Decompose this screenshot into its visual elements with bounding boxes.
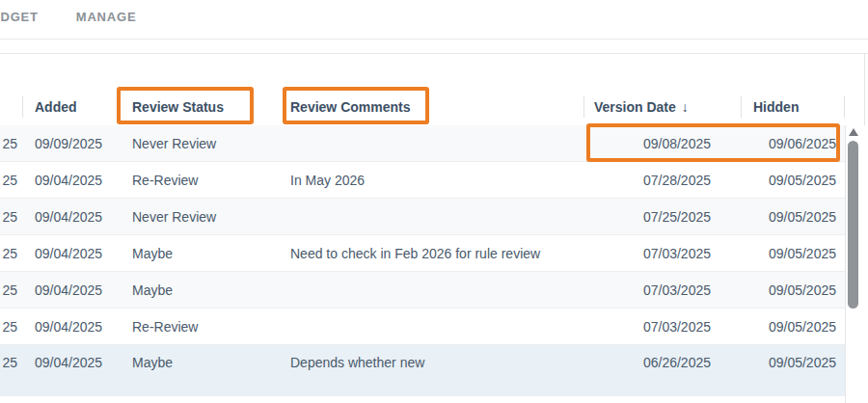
table-body: 25 09/09/2025 Never Review 09/08/2025 09… bbox=[0, 125, 845, 396]
cell-review-comments: Need to check in Feb 2026 for rule revie… bbox=[283, 246, 583, 261]
cell-added: 09/04/2025 bbox=[22, 319, 123, 335]
cell-hidden: 09/05/2025 bbox=[741, 282, 845, 298]
cell-version-date: 07/03/2025 bbox=[583, 282, 741, 298]
table-row[interactable]: 25 09/04/2025 Never Review 07/25/2025 09… bbox=[0, 199, 845, 235]
scroll-up-button[interactable] bbox=[849, 128, 858, 136]
table-row[interactable]: 25 09/09/2025 Never Review 09/08/2025 09… bbox=[0, 125, 845, 162]
table-row[interactable]: 25 09/04/2025 Re-Review In May 2026 07/2… bbox=[0, 162, 845, 199]
cell-stub: 25 bbox=[0, 355, 22, 370]
cell-review-status: Re-Review bbox=[123, 319, 283, 335]
table-row[interactable]: 25 09/04/2025 Re-Review 07/03/2025 09/05… bbox=[0, 309, 845, 345]
cell-version-date: 07/03/2025 bbox=[583, 319, 741, 335]
cell-stub: 25 bbox=[0, 246, 22, 261]
column-header-review-comments-label: Review Comments bbox=[290, 99, 410, 115]
table-header-row: Added Review Status Review Comments Vers… bbox=[0, 89, 845, 125]
tab-widget[interactable]: WIDGET bbox=[0, 10, 39, 29]
cell-stub: 25 bbox=[0, 209, 22, 225]
cell-version-date: 07/28/2025 bbox=[583, 173, 741, 188]
cell-added: 09/04/2025 bbox=[22, 209, 123, 225]
tab-bar: WIDGET MANAGE bbox=[0, 0, 868, 40]
column-header-added-label: Added bbox=[35, 99, 77, 115]
cell-version-date: 07/25/2025 bbox=[583, 209, 741, 225]
cell-review-status: Maybe bbox=[123, 355, 283, 370]
cell-review-status: Never Review bbox=[123, 209, 283, 225]
column-header-version-date[interactable]: Version Date ↓ bbox=[583, 96, 741, 118]
cell-review-status: Never Review bbox=[123, 136, 283, 151]
cell-added: 09/04/2025 bbox=[22, 282, 123, 298]
cell-stub: 25 bbox=[0, 173, 22, 188]
scrollbar-thumb[interactable] bbox=[848, 141, 858, 309]
column-header-review-status-label: Review Status bbox=[132, 99, 224, 115]
cell-hidden: 09/05/2025 bbox=[741, 173, 845, 188]
column-header-review-comments[interactable]: Review Comments bbox=[283, 96, 583, 118]
column-header-hidden[interactable]: Hidden bbox=[741, 96, 845, 118]
cell-added: 09/09/2025 bbox=[22, 136, 123, 151]
cell-review-status: Re-Review bbox=[123, 173, 283, 188]
cell-hidden: 09/05/2025 bbox=[741, 319, 845, 335]
cell-review-comments: Depends whether new bbox=[283, 355, 583, 370]
cell-review-status: Maybe bbox=[123, 282, 283, 298]
column-header-version-date-label: Version Date bbox=[594, 99, 676, 115]
table-row[interactable]: 25 09/04/2025 Maybe Need to check in Feb… bbox=[0, 235, 845, 272]
cell-version-date: 09/08/2025 bbox=[583, 136, 741, 151]
cell-added: 09/04/2025 bbox=[22, 246, 123, 261]
column-header-review-status[interactable]: Review Status bbox=[123, 96, 283, 118]
column-header-stub bbox=[0, 96, 22, 118]
column-header-hidden-label: Hidden bbox=[753, 99, 799, 115]
cell-hidden: 09/05/2025 bbox=[741, 355, 845, 370]
cell-review-status: Maybe bbox=[123, 246, 283, 261]
cell-version-date: 06/26/2025 bbox=[583, 355, 741, 370]
cell-review-comments: In May 2026 bbox=[283, 173, 583, 188]
cell-stub: 25 bbox=[0, 319, 22, 335]
cell-version-date: 07/03/2025 bbox=[583, 246, 741, 261]
cell-hidden: 09/06/2025 bbox=[741, 136, 845, 151]
cell-hidden: 09/05/2025 bbox=[741, 246, 845, 261]
column-header-added[interactable]: Added bbox=[22, 96, 123, 118]
tab-manage[interactable]: MANAGE bbox=[76, 10, 137, 29]
table-row-selected[interactable]: 25 09/04/2025 Maybe Depends whether new … bbox=[0, 345, 845, 396]
cell-stub: 25 bbox=[0, 282, 22, 298]
page: WIDGET MANAGE Added Review Status Review… bbox=[0, 0, 868, 403]
table-row[interactable]: 25 09/04/2025 Maybe 07/03/2025 09/05/202… bbox=[0, 272, 845, 309]
sort-descending-icon: ↓ bbox=[682, 99, 689, 115]
cell-added: 09/04/2025 bbox=[22, 173, 123, 188]
cell-added: 09/04/2025 bbox=[22, 355, 123, 370]
cell-hidden: 09/05/2025 bbox=[741, 209, 845, 225]
cell-stub: 25 bbox=[0, 136, 22, 151]
